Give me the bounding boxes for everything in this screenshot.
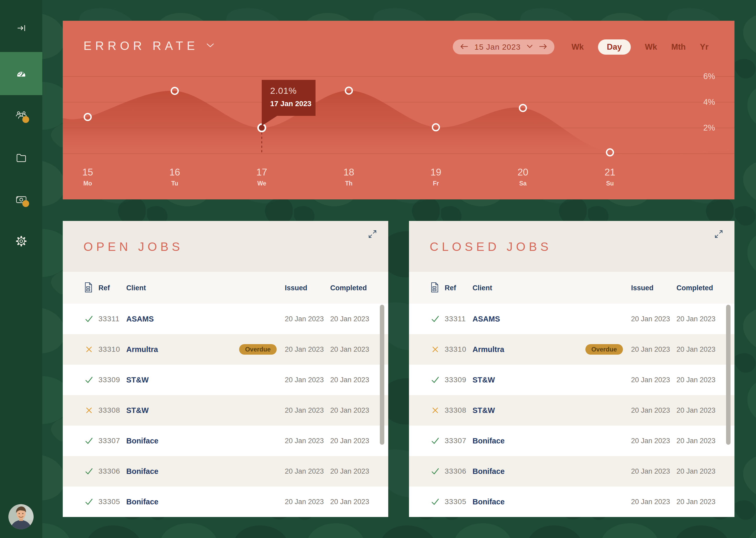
error-rate-panel: ERROR RATE 15 Jan 2023 WkDayWkMthYr	[63, 21, 734, 199]
job-ref: 33308	[98, 406, 120, 414]
job-ref: 33307	[445, 437, 466, 445]
job-issued-date: 20 Jan 2023	[285, 437, 324, 445]
open-jobs-header: OPEN JOBS	[63, 221, 388, 272]
job-client: Boniface	[126, 467, 158, 476]
job-client: Boniface	[473, 437, 504, 445]
table-row[interactable]: 33305 Boniface 20 Jan 2023 20 Jan 2023	[409, 487, 734, 517]
status-badge: Overdue	[586, 344, 623, 355]
check-icon	[431, 314, 440, 323]
sidebar-item-team[interactable]	[0, 100, 42, 131]
check-icon	[431, 375, 440, 384]
job-completed-date: 20 Jan 2023	[330, 376, 369, 384]
job-completed-date: 20 Jan 2023	[677, 437, 716, 445]
job-client: ST&W	[126, 376, 149, 384]
job-completed-date: 20 Jan 2023	[677, 467, 716, 475]
job-issued-date: 20 Jan 2023	[285, 376, 324, 384]
x-axis-label: 17We	[257, 167, 267, 187]
job-issued-date: 20 Jan 2023	[285, 406, 324, 414]
table-row[interactable]: 33310 Armultra Overdue 20 Jan 2023 20 Ja…	[63, 334, 388, 365]
user-avatar[interactable]	[8, 504, 34, 529]
column-header-client: Client	[126, 284, 146, 292]
job-completed-date: 20 Jan 2023	[330, 346, 369, 353]
check-icon	[431, 467, 440, 476]
error-rate-chart	[63, 21, 734, 199]
sidebar-item-projects[interactable]	[0, 142, 42, 173]
table-row[interactable]: 33311 ASAMS 20 Jan 2023 20 Jan 2023	[63, 304, 388, 334]
table-row[interactable]: 33311 ASAMS 20 Jan 2023 20 Jan 2023	[409, 304, 734, 334]
notification-dot	[22, 116, 29, 123]
job-client: ASAMS	[473, 315, 500, 323]
job-ref: 33309	[445, 376, 466, 384]
tooltip-value: 2.01%	[270, 86, 315, 96]
job-issued-date: 20 Jan 2023	[631, 346, 670, 353]
document-icon	[431, 282, 439, 294]
table-row[interactable]: 33309 ST&W 20 Jan 2023 20 Jan 2023	[409, 365, 734, 395]
sidebar-item-settings[interactable]	[0, 225, 42, 257]
expand-icon[interactable]	[714, 229, 724, 239]
scrollbar[interactable]	[726, 305, 731, 445]
column-header-issued: Issued	[285, 284, 307, 292]
job-completed-date: 20 Jan 2023	[677, 498, 716, 506]
check-icon	[84, 436, 93, 445]
job-completed-date: 20 Jan 2023	[677, 346, 716, 353]
sidebar-collapse-button[interactable]	[0, 12, 42, 44]
job-completed-date: 20 Jan 2023	[677, 315, 716, 323]
closed-jobs-header: CLOSED JOBS	[409, 221, 734, 272]
table-row[interactable]: 33307 Boniface 20 Jan 2023 20 Jan 2023	[409, 426, 734, 456]
table-row[interactable]: 33310 Armultra Overdue 20 Jan 2023 20 Ja…	[409, 334, 734, 365]
job-issued-date: 20 Jan 2023	[631, 315, 670, 323]
table-row[interactable]: 33307 Boniface 20 Jan 2023 20 Jan 2023	[63, 426, 388, 456]
job-completed-date: 20 Jan 2023	[330, 467, 369, 475]
job-client: ST&W	[126, 406, 149, 415]
job-ref: 33310	[98, 345, 120, 353]
job-client: Boniface	[126, 498, 158, 506]
job-completed-date: 20 Jan 2023	[330, 406, 369, 414]
cross-icon	[431, 406, 440, 415]
dashboard-gauge-icon	[16, 68, 27, 79]
job-issued-date: 20 Jan 2023	[631, 437, 670, 445]
column-header-completed: Completed	[330, 284, 367, 292]
table-row[interactable]: 33306 Boniface 20 Jan 2023 20 Jan 2023	[409, 456, 734, 487]
x-axis-label: 19Fr	[431, 167, 441, 187]
job-issued-date: 20 Jan 2023	[285, 467, 324, 475]
table-row[interactable]: 33308 ST&W 20 Jan 2023 20 Jan 2023	[63, 395, 388, 426]
status-badge: Overdue	[239, 344, 277, 355]
y-axis-tick: 4%	[703, 97, 715, 107]
tooltip-date: 17 Jan 2023	[270, 100, 315, 108]
table-row[interactable]: 33309 ST&W 20 Jan 2023 20 Jan 2023	[63, 365, 388, 395]
job-issued-date: 20 Jan 2023	[631, 467, 670, 475]
table-row[interactable]: 33306 Boniface 20 Jan 2023 20 Jan 2023	[63, 456, 388, 487]
job-issued-date: 20 Jan 2023	[631, 498, 670, 506]
check-icon	[431, 436, 440, 445]
job-completed-date: 20 Jan 2023	[677, 376, 716, 384]
job-ref: 33306	[98, 467, 120, 475]
job-completed-date: 20 Jan 2023	[330, 498, 369, 506]
document-icon	[84, 282, 92, 294]
chart-tooltip: 2.01% 17 Jan 2023	[262, 80, 315, 116]
column-header-ref: Ref	[445, 284, 456, 292]
collapse-icon	[16, 22, 27, 34]
tooltip-tail	[262, 115, 278, 126]
job-client: Boniface	[473, 467, 504, 476]
job-issued-date: 20 Jan 2023	[285, 498, 324, 506]
folder-icon	[16, 152, 27, 163]
job-client: ST&W	[473, 376, 495, 384]
table-row[interactable]: 33308 ST&W 20 Jan 2023 20 Jan 2023	[409, 395, 734, 426]
expand-icon[interactable]	[368, 229, 377, 239]
scrollbar[interactable]	[380, 305, 384, 445]
job-ref: 33305	[98, 498, 120, 506]
job-client: Armultra	[473, 345, 504, 354]
team-icon	[16, 110, 27, 121]
sidebar-item-payments[interactable]	[0, 184, 42, 215]
job-client: Boniface	[126, 437, 158, 445]
job-ref: 33310	[445, 345, 466, 353]
job-issued-date: 20 Jan 2023	[631, 406, 670, 414]
job-ref: 33306	[445, 467, 466, 475]
panel-title: OPEN JOBS	[83, 240, 183, 254]
job-ref: 33311	[445, 315, 466, 323]
table-header: Ref Client Issued Completed	[409, 272, 734, 304]
check-icon	[84, 375, 93, 384]
table-row[interactable]: 33305 Boniface 20 Jan 2023 20 Jan 2023	[63, 487, 388, 517]
sidebar-item-dashboard[interactable]	[0, 52, 42, 95]
job-client: ASAMS	[126, 315, 154, 323]
